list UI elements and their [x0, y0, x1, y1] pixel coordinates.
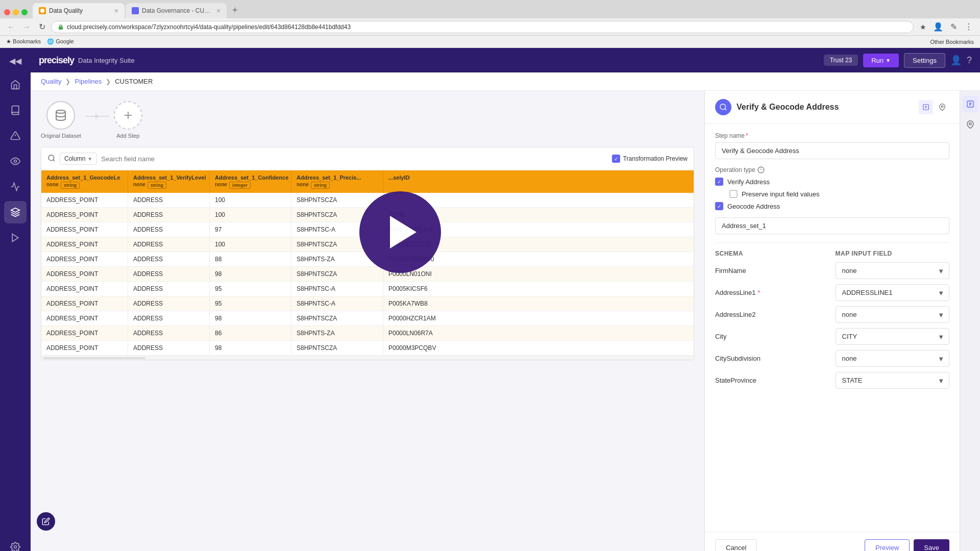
video-play-overlay[interactable] — [359, 191, 441, 273]
geocode-address-row[interactable]: ✓ Geocode Address — [715, 202, 949, 210]
app-logo: precisely Data Integrity Suite — [39, 55, 135, 66]
breadcrumb: Quality ❯ Pipelines ❯ CUSTOMER — [31, 72, 980, 91]
geocode-address-checkbox[interactable]: ✓ — [715, 202, 723, 210]
sidebar-item-chart[interactable] — [4, 176, 27, 198]
svg-point-20 — [969, 123, 971, 125]
sidebar-item-settings[interactable] — [4, 536, 27, 551]
user-icon-btn[interactable]: 👤 — [950, 55, 962, 66]
firmname-select-wrapper: none ▼ — [836, 262, 950, 279]
citysubdivision-select[interactable]: none — [836, 350, 950, 367]
panel-pin-icon[interactable] — [935, 100, 949, 114]
firmname-select[interactable]: none — [836, 262, 950, 279]
sidebar-item-alerts[interactable] — [4, 124, 27, 147]
cancel-button[interactable]: Cancel — [715, 539, 757, 551]
alert-icon — [10, 131, 20, 141]
pipeline-step-original[interactable]: Original Dataset — [41, 101, 81, 139]
back-btn[interactable]: ← — [5, 21, 17, 33]
preview-button[interactable]: Preview — [865, 539, 910, 551]
verify-address-row[interactable]: ✓ Verify Address — [715, 178, 949, 186]
search-input[interactable] — [101, 155, 607, 163]
layers-icon — [10, 207, 20, 217]
svg-point-13 — [720, 104, 726, 110]
chart-icon — [10, 182, 20, 192]
panel-footer: Cancel Preview Save — [705, 532, 960, 551]
step-add-label: Add Step — [116, 133, 139, 139]
mapping-row-city: City CITY ▼ — [715, 328, 949, 345]
transformation-preview-toggle[interactable]: ✓ Transformation Preview — [612, 155, 688, 163]
addressline2-select[interactable]: none — [836, 306, 950, 323]
other-bookmarks: Other Bookmarks — [930, 39, 974, 45]
forward-btn[interactable]: → — [20, 21, 33, 33]
map-input-col-header: Map input field — [836, 250, 950, 257]
preserve-label: Preserve input field values — [742, 190, 819, 198]
run-button[interactable]: Run ▼ — [863, 54, 899, 67]
save-button[interactable]: Save — [914, 539, 949, 551]
right-icon-strip — [960, 91, 980, 551]
col-header-confidence: Address_set_1_Confidence none integer — [210, 170, 291, 193]
addressline1-select[interactable]: ADDRESSLINE1 — [836, 284, 950, 301]
settings-button[interactable]: Settings — [904, 53, 945, 68]
help-icon-btn[interactable]: ? — [967, 55, 972, 66]
browser-chrome: Data Quality × Data Governance - CUSTOME… — [0, 0, 980, 48]
book-icon — [10, 105, 20, 115]
browser-tab-2[interactable]: Data Governance - CUSTOME... × — [126, 3, 227, 18]
sidebar-collapse-btn[interactable]: ◀◀ — [4, 53, 27, 68]
maximize-btn[interactable] — [21, 9, 28, 15]
table-row: ADDRESS_POINT ADDRESS 95 S8HPNTSC-A P005… — [41, 296, 694, 311]
database-icon — [55, 109, 67, 121]
preserve-checkbox[interactable] — [729, 190, 738, 198]
svg-line-12 — [53, 160, 55, 161]
sidebar-item-eye[interactable] — [4, 150, 27, 172]
table-row: ADDRESS_POINT ADDRESS 86 S8HPNTS-ZA P000… — [41, 326, 694, 341]
addressline1-select-wrapper: ADDRESSLINE1 ▼ — [836, 284, 950, 301]
horizontal-scrollbar[interactable] — [41, 356, 694, 360]
column-filter-label: Column — [64, 155, 85, 162]
svg-point-15 — [941, 106, 943, 108]
tab1-close[interactable]: × — [114, 7, 118, 15]
right-chart-icon-btn[interactable] — [962, 96, 978, 112]
tab2-close[interactable]: × — [216, 7, 220, 15]
table-row: ADDRESS_POINT ADDRESS 98 S8HPNTSCZA P000… — [41, 341, 694, 356]
sidebar-item-layers[interactable] — [4, 201, 27, 223]
svg-point-0 — [40, 9, 44, 13]
address-bar[interactable]: cloud.precisely.com/workspace/7zlyzxnooh… — [51, 21, 914, 33]
svg-marker-5 — [11, 208, 20, 212]
sidebar-item-docs[interactable] — [4, 99, 27, 121]
addressline2-select-wrapper: none ▼ — [836, 306, 950, 323]
column-filter-btn[interactable]: Column ▼ — [60, 153, 97, 165]
right-pin-icon-btn[interactable] — [962, 116, 978, 133]
minimize-btn[interactable] — [13, 9, 19, 15]
new-tab-btn[interactable]: + — [228, 3, 242, 17]
google-label[interactable]: 🌐 Google — [47, 38, 74, 45]
tab1-favicon — [39, 7, 46, 14]
geocode-address-label: Geocode Address — [727, 203, 780, 210]
search-icon — [47, 154, 56, 164]
transformation-preview-label: Transformation Preview — [623, 155, 688, 162]
verify-address-checkbox[interactable]: ✓ — [715, 178, 723, 186]
stateprovince-select[interactable]: STATE — [836, 372, 950, 389]
breadcrumb-pipelines[interactable]: Pipelines — [75, 78, 102, 85]
reload-btn[interactable]: ↻ — [36, 21, 48, 33]
profile-btn[interactable]: 👤 — [932, 21, 944, 33]
operation-type-group: Operation type ✓ Verify Address Preserve… — [715, 166, 949, 210]
mapping-header: Schema Map input field — [715, 250, 949, 257]
col-header-verify: Address_set_1_VerifyLevel none string — [128, 170, 210, 193]
edit-fab[interactable] — [37, 512, 55, 531]
sidebar-item-play[interactable] — [4, 227, 27, 249]
address-text: cloud.precisely.com/workspace/7zlyzxnooh… — [67, 23, 351, 31]
breadcrumb-quality[interactable]: Quality — [41, 78, 61, 85]
panel-chart-icon[interactable] — [919, 100, 933, 114]
bookmark-star[interactable]: ★ — [917, 21, 929, 33]
address-set-input[interactable] — [715, 217, 949, 234]
pipeline-step-add[interactable]: Add Step — [114, 101, 142, 139]
menu-btn[interactable]: ⋮ — [963, 21, 975, 33]
divider — [715, 242, 949, 243]
browser-tab-1[interactable]: Data Quality × — [33, 3, 125, 18]
sidebar-item-home[interactable] — [4, 73, 27, 96]
city-select[interactable]: CITY — [836, 328, 950, 345]
svg-point-11 — [48, 155, 54, 161]
close-btn[interactable] — [4, 9, 10, 15]
preserve-row[interactable]: Preserve input field values — [729, 190, 949, 198]
step-name-input[interactable] — [715, 142, 949, 159]
extension-btn[interactable]: ✎ — [947, 21, 960, 33]
